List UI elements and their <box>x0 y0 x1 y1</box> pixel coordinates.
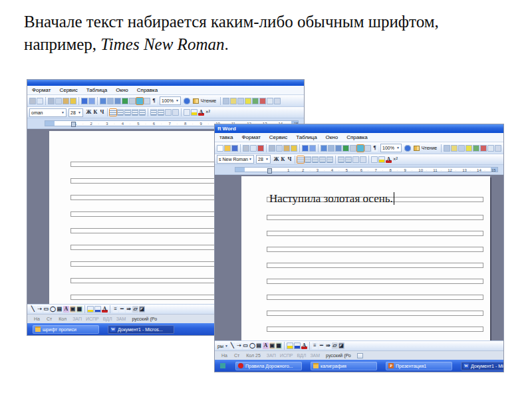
find-icon[interactable] <box>274 98 281 104</box>
columns-icon[interactable] <box>129 98 136 104</box>
menu-item[interactable]: Справка <box>346 134 367 140</box>
cut-icon[interactable] <box>48 98 55 104</box>
tables-borders-icon[interactable] <box>107 98 114 104</box>
fill-color-icon[interactable] <box>287 342 293 349</box>
accept-icon[interactable] <box>473 145 479 152</box>
blank-line-box[interactable] <box>267 327 483 332</box>
arrow-style-icon[interactable]: ⇒ <box>325 342 331 349</box>
bullets-icon[interactable] <box>345 156 352 163</box>
taskbar-button[interactable]: PПрезентация1 <box>386 362 452 370</box>
blank-line-box[interactable] <box>267 311 483 316</box>
open-icon[interactable] <box>224 145 231 152</box>
undo-icon[interactable] <box>81 98 88 104</box>
save-icon[interactable] <box>231 145 238 152</box>
blank-line-box[interactable] <box>267 263 483 268</box>
show-hide-icon[interactable]: ¶ <box>372 145 378 152</box>
shadow-icon[interactable]: ▱ <box>332 342 338 349</box>
insert-table-icon[interactable] <box>114 98 121 104</box>
indent-marker[interactable] <box>267 168 272 174</box>
align-right-icon[interactable] <box>124 109 131 116</box>
line-spacing-icon[interactable] <box>327 156 333 163</box>
read-mode-button[interactable]: Чтение <box>191 97 218 105</box>
painter-icon[interactable] <box>70 98 76 104</box>
show-hide-icon[interactable]: ¶ <box>151 98 157 104</box>
quick-launch-icon[interactable] <box>220 363 225 368</box>
insert-excel-icon[interactable] <box>122 98 128 104</box>
font-size-select[interactable]: 28▼ <box>68 108 83 117</box>
preview-icon[interactable] <box>250 145 257 152</box>
menu-item[interactable]: Формат <box>32 87 51 93</box>
line-color-icon[interactable] <box>94 306 101 313</box>
wordart-icon[interactable]: A <box>63 306 69 313</box>
align-left-icon[interactable] <box>110 109 116 116</box>
find-icon[interactable] <box>495 145 501 152</box>
dash-style-icon[interactable]: ┅ <box>319 342 325 349</box>
drawing-icon[interactable] <box>136 98 143 104</box>
menu-item[interactable]: Справка <box>137 87 158 93</box>
clipart-icon[interactable]: ▣ <box>70 306 76 313</box>
rectangle-icon[interactable]: ▭ <box>243 342 249 349</box>
front-document-area[interactable]: Наступила золотая осень. <box>215 175 503 340</box>
envelope-icon[interactable] <box>267 98 273 104</box>
accept-icon[interactable] <box>252 98 259 104</box>
italic-icon[interactable]: К <box>280 156 286 163</box>
align-left-icon[interactable] <box>297 156 304 163</box>
menu-item[interactable]: тавка <box>219 134 233 140</box>
arrow-icon[interactable]: ➝ <box>236 342 242 349</box>
front-titlebar[interactable]: ft Word <box>215 124 503 133</box>
superscript-icon[interactable]: ×² <box>392 156 398 163</box>
hyperlink-icon[interactable] <box>100 98 106 104</box>
taskbar-button[interactable]: калиграфия <box>311 362 377 370</box>
reviewing-pane-icon[interactable] <box>444 145 450 152</box>
zoom-select[interactable]: 100%▼ <box>380 144 402 152</box>
wordart-icon[interactable]: A <box>263 342 269 349</box>
font-color-icon[interactable]: А <box>102 306 108 313</box>
help-icon[interactable] <box>184 98 190 104</box>
insert-excel-icon[interactable] <box>342 145 349 152</box>
drawing-icon[interactable] <box>357 145 364 152</box>
taskbar-button[interactable]: шрифт прописи <box>33 325 99 334</box>
hyperlink-icon[interactable] <box>321 145 327 152</box>
line-icon[interactable]: ╲ <box>30 306 36 313</box>
preview-icon[interactable] <box>37 98 43 104</box>
numbering-icon[interactable] <box>338 156 344 163</box>
back-titlebar[interactable] <box>27 80 304 86</box>
blank-line-box[interactable] <box>267 231 483 236</box>
line-color-icon[interactable] <box>294 342 301 349</box>
line-icon[interactable]: ╲ <box>229 342 235 349</box>
document-map-icon[interactable] <box>364 145 371 152</box>
clipart-icon[interactable]: ▣ <box>269 342 275 349</box>
front-page[interactable]: Наступила золотая осень. <box>241 176 490 340</box>
font-color-icon[interactable]: А <box>386 156 392 163</box>
textbox-icon[interactable]: ▤ <box>256 342 262 349</box>
cut-icon[interactable] <box>269 145 275 152</box>
italic-icon[interactable]: К <box>92 109 98 116</box>
align-justify-icon[interactable] <box>132 109 138 116</box>
reviewing-pane-icon[interactable] <box>223 98 229 104</box>
align-right-icon[interactable] <box>312 156 319 163</box>
font-size-select[interactable]: 28▼ <box>256 155 271 164</box>
copy-icon[interactable] <box>276 145 283 152</box>
blank-line-box[interactable] <box>267 279 483 284</box>
numbering-icon[interactable] <box>150 109 157 116</box>
bullets-icon[interactable] <box>158 109 164 116</box>
font-color-icon[interactable]: А <box>198 109 204 116</box>
taskbar-button[interactable]: WДокумент1 - Micros... <box>461 362 503 370</box>
tables-borders-icon[interactable] <box>328 145 334 152</box>
insert-comment-icon[interactable] <box>230 98 237 104</box>
highlight-icon[interactable] <box>191 109 198 116</box>
font-color-icon[interactable]: А <box>301 342 307 349</box>
print-icon[interactable] <box>29 98 36 104</box>
rectangle-icon[interactable]: ▭ <box>43 306 49 313</box>
blank-line-box[interactable] <box>267 295 483 300</box>
reject-icon[interactable] <box>259 98 266 104</box>
document-text[interactable]: Наступила золотая осень. <box>269 192 394 205</box>
align-center-icon[interactable] <box>305 156 311 163</box>
zoom-select[interactable]: 100%▼ <box>160 96 181 105</box>
redo-icon[interactable] <box>309 145 316 152</box>
menu-item[interactable]: Сервис <box>269 134 287 140</box>
highlight-icon[interactable] <box>378 156 385 163</box>
menu-item[interactable]: Окно <box>326 134 338 140</box>
indent-icon[interactable] <box>172 109 179 116</box>
envelope-icon[interactable] <box>487 145 494 152</box>
